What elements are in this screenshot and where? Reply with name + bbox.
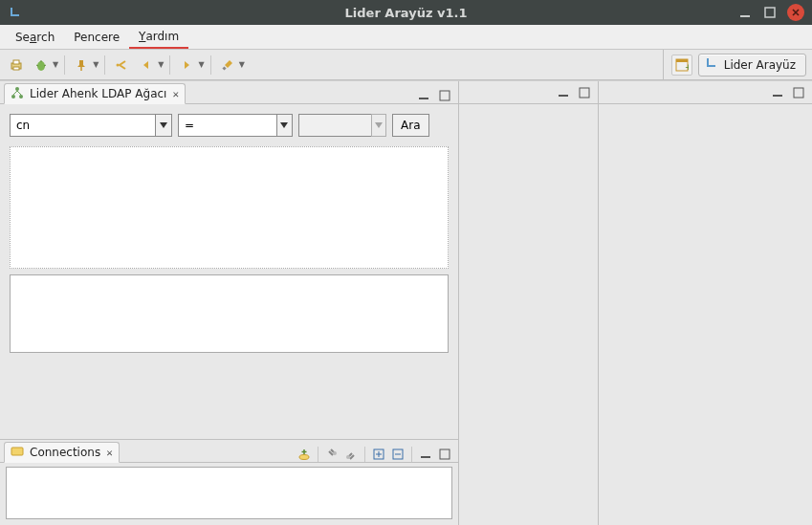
svg-rect-26 xyxy=(421,456,430,458)
chevron-down-icon[interactable] xyxy=(276,114,293,137)
svg-rect-29 xyxy=(580,88,589,98)
toolbar-separator xyxy=(169,55,170,75)
perspective-lider-arayuz[interactable]: Lider Arayüz xyxy=(698,54,806,77)
tree-icon xyxy=(11,86,24,102)
svg-rect-31 xyxy=(794,88,803,98)
svg-rect-28 xyxy=(559,95,568,97)
connections-tabbar: Connections ✕ xyxy=(0,440,458,463)
right-column-header xyxy=(599,81,812,104)
flashlight-icon xyxy=(217,55,238,76)
toolbar-dropdown-1[interactable]: ▼ xyxy=(31,55,58,76)
window-title: Lider Arayüz v1.1 xyxy=(0,6,812,20)
toolbar-separator xyxy=(210,55,211,75)
window-minimize-button[interactable] xyxy=(737,5,753,20)
connections-view: Connections ✕ xyxy=(0,439,458,525)
minimize-view-icon[interactable] xyxy=(416,88,431,103)
ldap-value-input[interactable] xyxy=(298,114,371,137)
left-column: Lider Ahenk LDAP Ağacı ✕ xyxy=(0,81,459,525)
ldap-tab-label: Lider Ahenk LDAP Ağacı xyxy=(30,87,166,100)
toolbar-separator xyxy=(104,55,105,75)
svg-rect-3 xyxy=(13,60,19,64)
new-connection-icon[interactable] xyxy=(296,447,312,462)
svg-point-17 xyxy=(19,95,23,98)
ldap-tree-tab[interactable]: Lider Ahenk LDAP Ağacı ✕ xyxy=(4,83,186,104)
toolbar-separator xyxy=(64,55,65,75)
chevron-down-icon[interactable] xyxy=(371,114,386,137)
perspective-bar: + Lider Arayüz xyxy=(663,50,806,79)
minimize-view-icon[interactable] xyxy=(556,85,571,100)
nav-forward-dropdown[interactable]: ▼ xyxy=(176,55,204,76)
perspective-label: Lider Arayüz xyxy=(724,58,796,72)
nav-last-edit-icon[interactable] xyxy=(111,55,132,76)
svg-rect-27 xyxy=(440,449,450,459)
menu-pencere[interactable]: Pencere xyxy=(64,25,129,49)
svg-point-22 xyxy=(333,451,337,455)
workspace: Lider Ahenk LDAP Ağacı ✕ xyxy=(0,80,812,525)
window-titlebar: Lider Arayüz v1.1 xyxy=(0,0,812,25)
svg-rect-13 xyxy=(676,59,688,62)
close-tab-icon[interactable]: ✕ xyxy=(172,88,179,100)
expand-all-icon[interactable] xyxy=(371,447,386,462)
right-column xyxy=(599,81,812,525)
svg-rect-20 xyxy=(11,448,23,455)
minimize-view-icon[interactable] xyxy=(418,447,433,462)
ldap-results-panel[interactable] xyxy=(10,146,449,269)
pin-icon xyxy=(71,55,92,76)
maximize-view-icon[interactable] xyxy=(437,447,452,462)
collapse-all-icon[interactable] xyxy=(390,447,406,462)
svg-text:+: + xyxy=(685,63,689,72)
debug-icon xyxy=(31,55,52,76)
disconnect-icon[interactable] xyxy=(343,447,359,462)
svg-rect-19 xyxy=(440,91,450,100)
chevron-down-icon[interactable] xyxy=(155,114,172,137)
svg-rect-11 xyxy=(222,66,226,70)
menubar: Search Pencere Yardım xyxy=(0,25,812,50)
ldap-op-input[interactable] xyxy=(178,114,276,137)
ldap-attr-combo[interactable] xyxy=(10,114,172,137)
ldap-detail-panel[interactable] xyxy=(10,274,449,353)
main-toolbar: ▼ ▼ ▼ ▼ ▼ + xyxy=(0,50,812,80)
app-icon xyxy=(8,5,23,20)
svg-rect-30 xyxy=(773,95,782,97)
svg-rect-0 xyxy=(740,15,750,17)
svg-point-16 xyxy=(11,95,15,98)
ldap-op-combo[interactable] xyxy=(178,114,293,137)
connections-tab[interactable]: Connections ✕ xyxy=(4,442,120,463)
close-tab-icon[interactable]: ✕ xyxy=(106,447,113,459)
print-icon[interactable] xyxy=(6,55,27,76)
window-close-button[interactable] xyxy=(787,4,804,21)
connections-icon xyxy=(11,445,24,461)
svg-point-21 xyxy=(299,455,309,460)
ldap-attr-input[interactable] xyxy=(10,114,155,137)
lider-logo-icon xyxy=(705,56,718,73)
menu-yardim[interactable]: Yardım xyxy=(129,25,188,49)
maximize-view-icon[interactable] xyxy=(791,85,806,100)
ldap-view-body: Ara xyxy=(0,104,458,439)
arrow-left-icon xyxy=(136,55,157,76)
search-dropdown[interactable]: ▼ xyxy=(217,55,245,76)
svg-point-23 xyxy=(346,455,350,459)
connections-tab-label: Connections xyxy=(30,446,100,459)
arrow-right-icon xyxy=(176,55,197,76)
svg-point-10 xyxy=(117,63,120,66)
svg-rect-18 xyxy=(419,98,428,99)
svg-point-15 xyxy=(15,87,19,91)
ldap-search-button[interactable]: Ara xyxy=(392,114,429,137)
maximize-view-icon[interactable] xyxy=(577,85,592,100)
window-maximize-button[interactable] xyxy=(762,5,778,20)
nav-back-dropdown[interactable]: ▼ xyxy=(136,55,164,76)
svg-rect-4 xyxy=(13,67,19,70)
svg-point-5 xyxy=(37,61,45,71)
middle-column-header xyxy=(459,81,598,104)
minimize-view-icon[interactable] xyxy=(770,85,785,100)
connect-icon[interactable] xyxy=(324,447,340,462)
ldap-search-row: Ara xyxy=(10,114,449,137)
svg-rect-1 xyxy=(765,8,775,17)
maximize-view-icon[interactable] xyxy=(437,88,452,103)
connections-list[interactable] xyxy=(6,467,452,519)
ldap-value-combo[interactable] xyxy=(298,114,386,137)
middle-column xyxy=(459,81,599,525)
toolbar-dropdown-2[interactable]: ▼ xyxy=(71,55,99,76)
menu-search[interactable]: Search xyxy=(6,25,64,49)
open-perspective-icon[interactable]: + xyxy=(671,55,692,76)
